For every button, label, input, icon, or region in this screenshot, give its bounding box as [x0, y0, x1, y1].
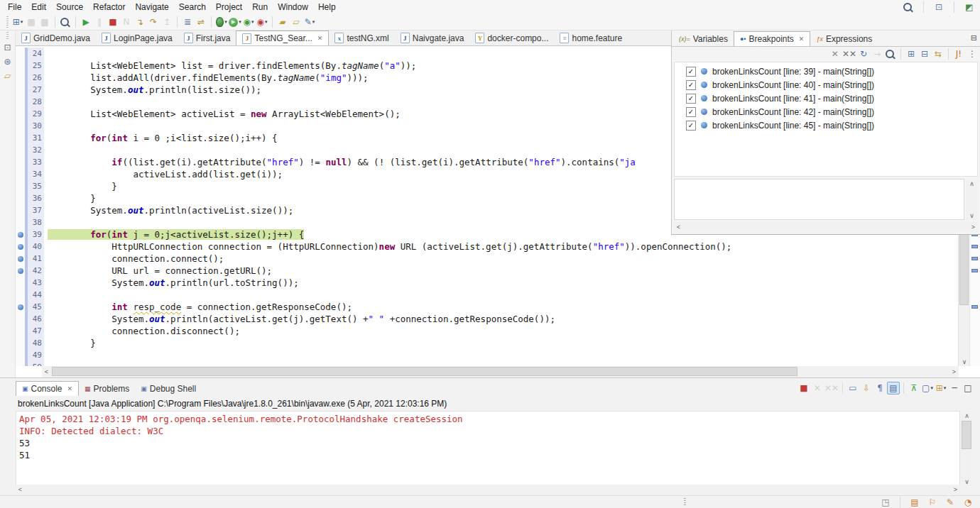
code-line-50[interactable]: 50	[16, 361, 959, 366]
annotation-ruler[interactable]	[16, 108, 25, 120]
search-icon[interactable]	[902, 1, 915, 13]
console-tab-problems[interactable]: ▦Problems	[79, 381, 135, 396]
annotation-ruler[interactable]	[16, 132, 25, 144]
scroll-down-icon[interactable]: ∨	[966, 211, 978, 220]
menu-navigate[interactable]: Navigate	[130, 1, 173, 13]
annotation-ruler[interactable]	[16, 289, 25, 301]
debug-button[interactable]: ▾	[215, 16, 228, 28]
minimize-view-icon[interactable]: ⊟	[971, 33, 977, 43]
step-filters-icon[interactable]: ⊛	[2, 56, 13, 67]
code-line-47[interactable]: 47 connection.disconnect();	[16, 325, 959, 337]
code-text[interactable]: connection.disconnect();	[44, 325, 959, 337]
breakpoint-row[interactable]: ✓brokenLinksCount [line: 40] - main(Stri…	[675, 78, 977, 92]
progress-icon[interactable]: ◔	[962, 496, 974, 508]
breakpoint-checkbox[interactable]: ✓	[686, 80, 696, 90]
code-line-43[interactable]: 43 System.out.println(url.toString());	[16, 277, 959, 289]
scroll-down-icon[interactable]: ∨	[959, 357, 970, 366]
editor-vscroll-thumb[interactable]	[959, 234, 969, 305]
flag-icon[interactable]: ⚐	[926, 496, 939, 508]
scroll-left-icon[interactable]: <	[16, 485, 25, 495]
scroll-lock-button[interactable]: ⇩	[860, 382, 873, 394]
new-wizard-button[interactable]: ⊞▾	[11, 16, 24, 28]
annotation-ruler[interactable]	[16, 204, 25, 216]
console-tab-debug-shell[interactable]: ▣Debug Shell	[135, 381, 202, 396]
scroll-left-icon[interactable]: <	[42, 366, 51, 377]
menu-help[interactable]: Help	[313, 1, 341, 13]
annotation-ruler[interactable]	[16, 120, 25, 132]
close-icon[interactable]: ✕	[799, 35, 805, 43]
annotation-ruler[interactable]	[16, 361, 25, 366]
annotation-ruler[interactable]	[16, 216, 25, 228]
view-tab-variables[interactable]: (x)=Variables	[673, 31, 734, 46]
add-java-exception-breakpoint-button[interactable]: J!	[952, 48, 965, 60]
code-line-49[interactable]: 49	[16, 349, 959, 361]
link-with-debug-view-button[interactable]: ⇆	[932, 48, 944, 60]
overview-breakpoint-mark[interactable]	[971, 245, 978, 248]
annotation-ruler[interactable]	[16, 192, 25, 204]
new-java-class-button[interactable]: ✎▾	[303, 16, 316, 28]
code-text[interactable]	[44, 349, 959, 361]
annotation-ruler[interactable]	[16, 96, 25, 108]
step-over-button[interactable]: ↷	[147, 16, 160, 28]
run-button[interactable]: ▶▾	[229, 16, 241, 28]
editor-tab-docker-compo[interactable]: Ydocker-compo...	[469, 31, 554, 45]
code-line-44[interactable]: 44	[16, 289, 959, 301]
code-text[interactable]: int resp_code = connection.getResponseCo…	[44, 301, 959, 313]
console-vertical-scrollbar[interactable]: ∧ ∨	[961, 411, 973, 486]
scroll-down-icon[interactable]: ∨	[961, 477, 973, 486]
menu-window[interactable]: Window	[273, 1, 313, 13]
annotation-ruler[interactable]	[16, 156, 25, 168]
code-line-46[interactable]: 46 System.out.println(activeList.get(j).…	[16, 313, 959, 325]
pin-console-button[interactable]: ⊼	[908, 382, 920, 394]
show-skipped-lines-button[interactable]: ≣	[181, 16, 194, 28]
annotation-ruler[interactable]	[16, 72, 25, 84]
collapse-all-button[interactable]: ⊟	[918, 48, 931, 60]
overview-breakpoint-mark[interactable]	[971, 257, 978, 260]
edit-icon[interactable]: ✎	[944, 496, 957, 508]
editor-tab-first-java[interactable]: JFirst.java	[178, 31, 236, 45]
debug-perspective-icon[interactable]: ◩	[963, 1, 976, 13]
console-tab-console[interactable]: ▣Console✕	[16, 381, 79, 396]
code-line-42[interactable]: 42 URL url = connection.getURL();	[16, 265, 959, 277]
console-vscroll-thumb[interactable]	[962, 421, 971, 449]
menu-file[interactable]: File	[3, 1, 26, 13]
breakpoints-list[interactable]: ✓brokenLinksCount [line: 39] - main(Stri…	[674, 62, 978, 177]
annotation-ruler[interactable]	[16, 301, 25, 313]
menu-edit[interactable]: Edit	[26, 1, 51, 13]
view-menu-button[interactable]: ⋮	[966, 48, 979, 60]
annotation-ruler[interactable]	[16, 168, 25, 180]
clear-console-button[interactable]: ▭	[846, 382, 859, 394]
show-when-stdout-changes-button[interactable]: ▤	[887, 382, 900, 394]
show-breakpoints-for-selected-button[interactable]: ↻	[857, 48, 870, 60]
breakpoint-checkbox[interactable]: ✓	[686, 107, 696, 117]
open-search-button[interactable]	[59, 16, 72, 28]
profile-button[interactable]: ◉▾	[256, 16, 268, 28]
breakpoint-row[interactable]: ✓brokenLinksCount [line: 41] - main(Stri…	[675, 92, 977, 105]
terminate-button[interactable]: ■	[107, 16, 119, 28]
coverage-button[interactable]: ◉▾	[242, 16, 255, 28]
annotation-ruler[interactable]	[16, 84, 25, 96]
code-text[interactable]: System.out.println(url.toString());	[44, 277, 959, 289]
code-text[interactable]: connection.connect();	[44, 253, 959, 265]
code-text[interactable]	[44, 361, 959, 366]
scroll-right-icon[interactable]: >	[949, 366, 959, 377]
breakpoint-checkbox[interactable]: ✓	[686, 121, 696, 131]
panel-horizontal-scrollbar[interactable]: < >	[674, 221, 978, 232]
word-wrap-button[interactable]: ¶	[873, 382, 886, 394]
editor-tab-testng-sear[interactable]: JTestNG_Sear...✕	[236, 31, 329, 45]
terminate-launch-button[interactable]: ■	[797, 382, 810, 394]
menu-run[interactable]: Run	[247, 1, 273, 13]
writable-indicator-icon[interactable]: ◳	[879, 496, 892, 508]
view-tab-expressions[interactable]: ƒxExpressions	[810, 31, 878, 46]
annotation-ruler[interactable]	[16, 180, 25, 192]
code-text[interactable]: URL url = connection.getURL();	[44, 265, 959, 277]
code-line-48[interactable]: 48 }	[16, 337, 959, 349]
java-perspective-icon[interactable]: ⊡	[932, 1, 945, 13]
breakpoint-row[interactable]: ✓brokenLinksCount [line: 39] - main(Stri…	[675, 65, 977, 78]
annotation-ruler[interactable]	[16, 253, 25, 265]
skip-all-breakpoints-button[interactable]	[884, 48, 897, 60]
menu-search[interactable]: Search	[174, 1, 211, 13]
code-text[interactable]: System.out.println(activeList.get(j).get…	[44, 313, 959, 325]
annotation-ruler[interactable]	[16, 325, 25, 337]
scroll-up-icon[interactable]: ∧	[961, 411, 973, 420]
